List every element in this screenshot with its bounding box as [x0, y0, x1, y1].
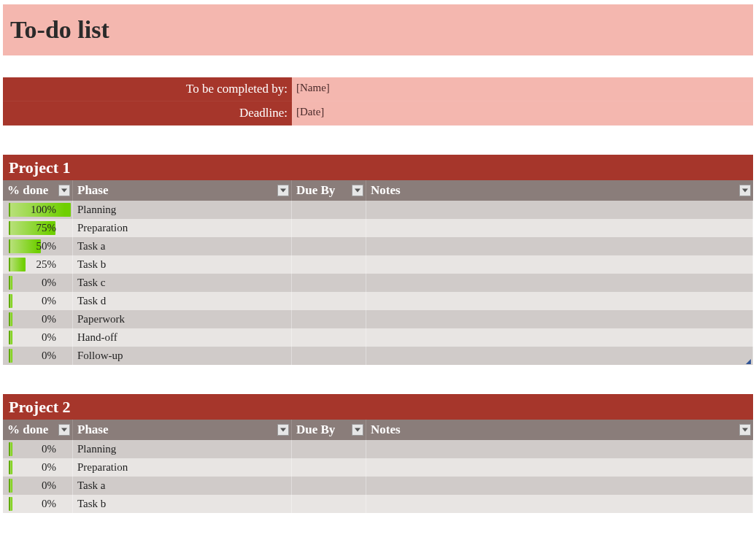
cell-percent-done[interactable]: 50%	[3, 237, 73, 255]
cell-due-by[interactable]	[292, 237, 366, 255]
svg-marker-2	[355, 189, 360, 193]
filter-percent-done-icon[interactable]	[58, 424, 70, 436]
cell-notes[interactable]	[366, 237, 753, 255]
cell-due-by[interactable]	[292, 328, 366, 347]
col-header-due-by[interactable]: Due By	[292, 420, 366, 440]
cell-phase[interactable]: Planning	[73, 201, 292, 219]
cell-due-by[interactable]	[292, 219, 366, 237]
cell-percent-done[interactable]: 0%	[3, 495, 73, 513]
project-section: Project 2 % done Phase Due By Notes 0%	[3, 394, 753, 513]
table-row: 50% Task a	[3, 237, 753, 255]
cell-notes[interactable]	[366, 310, 753, 328]
column-header-row: % done Phase Due By Notes	[3, 180, 753, 201]
col-header-percent-done[interactable]: % done	[3, 420, 73, 440]
percent-label: 0%	[42, 295, 69, 307]
cell-phase[interactable]: Task d	[73, 292, 292, 310]
filter-phase-icon[interactable]	[277, 185, 289, 196]
cell-phase[interactable]: Hand-off	[73, 328, 292, 347]
cell-due-by[interactable]	[292, 274, 366, 292]
percent-label: 100%	[31, 204, 69, 216]
cell-phase[interactable]: Follow-up	[73, 347, 292, 365]
rows-wrap: 0% Planning 0% Preparation	[3, 440, 753, 513]
col-header-due-by[interactable]: Due By	[292, 180, 366, 201]
table-row: 0% Task a	[3, 477, 753, 495]
col-header-notes[interactable]: Notes	[366, 180, 753, 201]
svg-marker-5	[280, 428, 286, 432]
cell-phase[interactable]: Planning	[73, 440, 292, 458]
percent-label: 75%	[36, 222, 70, 234]
filter-due-by-icon[interactable]	[352, 424, 363, 436]
cell-phase[interactable]: Task b	[73, 495, 292, 513]
page-title: To-do list	[10, 16, 746, 44]
col-header-notes[interactable]: Notes	[366, 420, 753, 440]
cell-due-by[interactable]	[292, 347, 366, 365]
cell-percent-done[interactable]: 100%	[3, 201, 73, 219]
cell-phase[interactable]: Task b	[73, 255, 292, 274]
cell-notes[interactable]	[366, 477, 753, 495]
cell-percent-done[interactable]: 0%	[3, 292, 73, 310]
cell-notes[interactable]	[366, 292, 753, 310]
filter-due-by-icon[interactable]	[352, 185, 363, 196]
meta-completed-by-value[interactable]: [Name]	[292, 77, 753, 101]
meta-grid: To be completed by: [Name] Deadline: [Da…	[3, 77, 753, 126]
col-header-percent-done[interactable]: % done	[3, 180, 73, 201]
cell-percent-done[interactable]: 0%	[3, 477, 73, 495]
cell-notes[interactable]	[366, 219, 753, 237]
cell-percent-done[interactable]: 0%	[3, 347, 73, 365]
cell-notes[interactable]	[366, 328, 753, 347]
table-row: 0% Preparation	[3, 458, 753, 477]
title-band: To-do list	[3, 4, 753, 55]
cell-notes[interactable]	[366, 440, 753, 458]
cell-due-by[interactable]	[292, 477, 366, 495]
cell-percent-done[interactable]: 25%	[3, 255, 73, 274]
percent-label: 0%	[42, 461, 69, 474]
cell-due-by[interactable]	[292, 310, 366, 328]
cell-notes[interactable]	[366, 495, 753, 513]
cell-due-by[interactable]	[292, 458, 366, 477]
percent-label: 0%	[42, 443, 69, 455]
spacer	[0, 365, 756, 394]
meta-deadline-value[interactable]: [Date]	[292, 101, 753, 126]
cell-percent-done[interactable]: 0%	[3, 328, 73, 347]
table-row: 100% Planning	[3, 201, 753, 219]
cell-percent-done[interactable]: 0%	[3, 310, 73, 328]
percent-label: 0%	[42, 498, 69, 510]
filter-percent-done-icon[interactable]	[58, 185, 70, 196]
table-row: 0% Follow-up	[3, 347, 753, 365]
cell-due-by[interactable]	[292, 495, 366, 513]
cell-phase[interactable]: Task a	[73, 477, 292, 495]
table-row: 0% Planning	[3, 440, 753, 458]
cell-percent-done[interactable]: 0%	[3, 458, 73, 477]
cell-percent-done[interactable]: 0%	[3, 274, 73, 292]
cell-due-by[interactable]	[292, 440, 366, 458]
cell-phase[interactable]: Preparation	[73, 219, 292, 237]
col-header-phase[interactable]: Phase	[73, 180, 292, 201]
cell-phase[interactable]: Paperwork	[73, 310, 292, 328]
cell-due-by[interactable]	[292, 201, 366, 219]
project-title: Project 2	[3, 394, 753, 420]
cell-percent-done[interactable]: 0%	[3, 440, 73, 458]
percent-label: 0%	[42, 350, 69, 362]
cell-notes[interactable]	[366, 458, 753, 477]
cell-percent-done[interactable]: 75%	[3, 219, 73, 237]
cell-phase[interactable]: Task c	[73, 274, 292, 292]
table-resize-handle-icon[interactable]	[746, 359, 751, 364]
table-row: 0% Task b	[3, 495, 753, 513]
percent-label: 0%	[42, 331, 69, 344]
cell-notes[interactable]	[366, 274, 753, 292]
filter-notes-icon[interactable]	[739, 424, 751, 436]
cell-notes[interactable]	[366, 347, 753, 365]
table-row: 25% Task b	[3, 255, 753, 274]
project-title: Project 1	[3, 155, 753, 180]
cell-phase[interactable]: Preparation	[73, 458, 292, 477]
meta-completed-by-label: To be completed by:	[3, 77, 292, 101]
cell-phase[interactable]: Task a	[73, 237, 292, 255]
cell-notes[interactable]	[366, 201, 753, 219]
col-header-phase[interactable]: Phase	[73, 420, 292, 440]
cell-due-by[interactable]	[292, 255, 366, 274]
filter-phase-icon[interactable]	[277, 424, 289, 436]
meta-deadline-label: Deadline:	[3, 101, 292, 126]
cell-notes[interactable]	[366, 255, 753, 274]
cell-due-by[interactable]	[292, 292, 366, 310]
filter-notes-icon[interactable]	[739, 185, 751, 196]
